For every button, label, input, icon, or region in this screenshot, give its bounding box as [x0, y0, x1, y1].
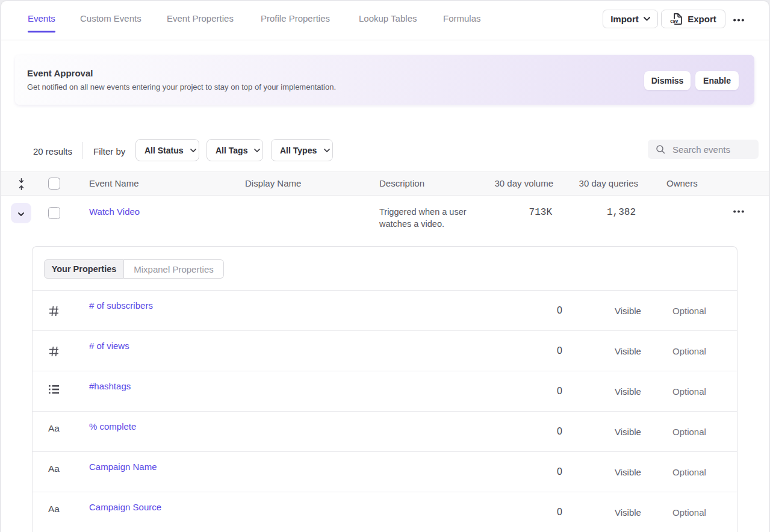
svg-text:csv: csv — [670, 19, 678, 24]
